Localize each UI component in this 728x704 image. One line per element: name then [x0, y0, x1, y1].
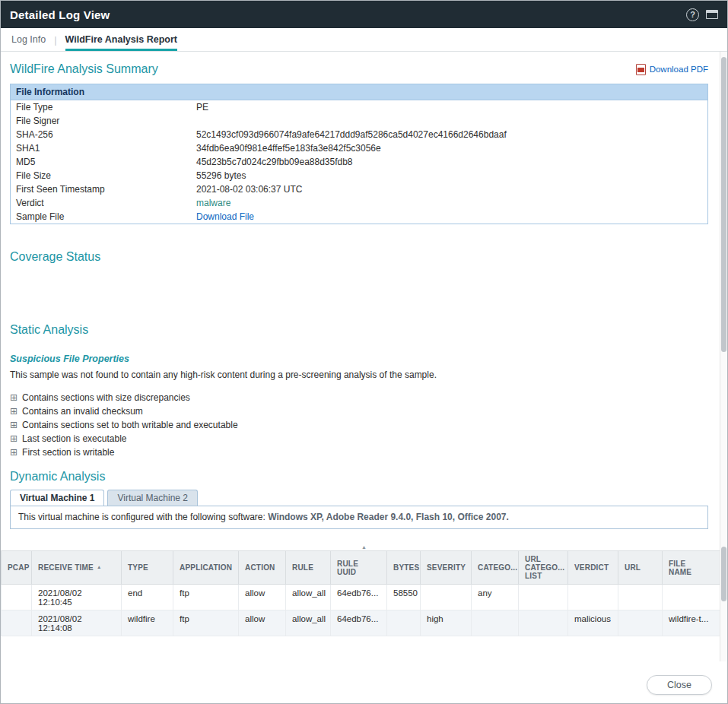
expand-icon[interactable]: ⊞: [10, 407, 17, 416]
vm-software-list: Windows XP, Adobe Reader 9.4.0, Flash 10…: [268, 512, 509, 522]
collapse-arrow-icon[interactable]: ▲: [361, 544, 367, 550]
suspicious-property-label: Contains an invalid checksum: [22, 406, 143, 417]
log-entries-section: ▲ PCAPRECEIVE TIME▲TYPEAPPLICATIONACTION…: [1, 544, 727, 661]
log-column-header[interactable]: RECEIVE TIME▲: [32, 551, 122, 585]
suspicious-property-label: Last section is executable: [22, 433, 126, 444]
log-cell[interactable]: [2, 585, 32, 610]
log-cell[interactable]: ftp: [173, 585, 239, 610]
log-row[interactable]: 2021/08/02 12:10:45endftpallowallow_all6…: [2, 585, 722, 610]
log-column-header[interactable]: PCAP: [2, 551, 32, 585]
log-cell[interactable]: [663, 585, 722, 610]
vm-description-prefix: This virtual machine is configured with …: [18, 512, 268, 522]
expand-icon[interactable]: ⊞: [10, 434, 17, 443]
close-button[interactable]: Close: [647, 675, 712, 695]
download-pdf-link[interactable]: Download PDF: [636, 64, 708, 75]
log-cell[interactable]: 64edb76...: [331, 610, 387, 636]
report-scrollbar[interactable]: [720, 52, 727, 544]
log-cell[interactable]: 2021/08/02 12:14:08: [32, 610, 122, 636]
log-cell[interactable]: allow: [239, 585, 286, 610]
sort-asc-icon: ▲: [97, 564, 102, 569]
suspicious-property-label: Contains sections with size discrepancie…: [22, 392, 190, 403]
file-info-label: First Seen Timestamp: [16, 184, 196, 195]
log-table-scrollbar[interactable]: [720, 544, 727, 661]
wildfire-report-content: WildFire Analysis Summary Download PDF F…: [1, 52, 720, 544]
log-cell[interactable]: allow_all: [286, 610, 331, 636]
log-cell[interactable]: [519, 610, 568, 636]
wildfire-summary-heading: WildFire Analysis Summary: [10, 62, 158, 76]
log-column-header[interactable]: BYTES: [387, 551, 421, 585]
log-column-header[interactable]: SEVERITY: [421, 551, 472, 585]
log-cell[interactable]: wildfire: [122, 610, 173, 636]
expand-icon[interactable]: ⊞: [10, 393, 17, 402]
log-column-header[interactable]: TYPE: [122, 551, 173, 585]
report-scrollbar-thumb[interactable]: [721, 57, 726, 352]
log-cell[interactable]: [519, 585, 568, 610]
log-column-header[interactable]: CATEGO...: [472, 551, 519, 585]
suspicious-property-item[interactable]: ⊞Contains sections with size discrepanci…: [10, 391, 708, 404]
pdf-icon: [636, 64, 646, 75]
log-cell[interactable]: [2, 610, 32, 636]
file-info-row: Sample FileDownload File: [11, 210, 707, 224]
log-column-header[interactable]: VERDICT: [568, 551, 618, 585]
file-info-label: SHA1: [16, 143, 196, 154]
file-info-label: MD5: [16, 157, 196, 167]
suspicious-property-item[interactable]: ⊞Contains an invalid checksum: [10, 404, 708, 418]
vm-tab-2[interactable]: Virtual Machine 2: [107, 490, 198, 506]
log-column-header[interactable]: APPLICATION: [173, 551, 239, 585]
tab-wildfire-analysis-report[interactable]: WildFire Analysis Report: [65, 28, 177, 51]
help-icon[interactable]: ?: [686, 8, 699, 21]
log-cell[interactable]: 2021/08/02 12:10:45: [32, 585, 122, 610]
dialog-footer: Close: [1, 661, 727, 703]
panel-splitter[interactable]: ▲: [1, 544, 727, 550]
log-column-header[interactable]: URL CATEGO... LIST: [519, 551, 568, 585]
file-info-label: SHA-256: [16, 129, 196, 140]
suspicious-property-item[interactable]: ⊞Contains sections set to both writable …: [10, 418, 708, 432]
suspicious-property-item[interactable]: ⊞First section is writable: [10, 446, 708, 459]
suspicious-property-item[interactable]: ⊞Last section is executable: [10, 432, 708, 446]
log-cell[interactable]: ftp: [173, 610, 239, 636]
dialog-titlebar: Detailed Log View ?: [1, 1, 727, 28]
log-column-header[interactable]: RULE UUID: [331, 551, 387, 585]
file-info-value: Download File: [196, 211, 702, 222]
file-info-value: 45d23b5c7d024c29fbb09ea88d35fdb8: [196, 157, 702, 167]
file-information-table: File Information File TypePEFile SignerS…: [10, 84, 708, 224]
expand-icon[interactable]: ⊞: [10, 448, 17, 457]
file-info-value: 2021-08-02 03:06:37 UTC: [196, 184, 702, 195]
virtual-machine-info-box: This virtual machine is configured with …: [10, 506, 708, 529]
file-info-value: 34fdb6ea90f981e4ffef5e183fa3e842f5c3056e: [196, 143, 702, 154]
window-icon[interactable]: [706, 10, 718, 19]
log-cell[interactable]: end: [122, 585, 173, 610]
log-column-header[interactable]: URL: [618, 551, 663, 585]
log-cell[interactable]: [568, 585, 618, 610]
file-info-row: Verdictmalware: [11, 196, 707, 210]
log-cell[interactable]: 58550: [387, 585, 421, 610]
download-file-link[interactable]: Download File: [196, 211, 254, 222]
file-info-value: 55296 bytes: [196, 170, 702, 181]
static-analysis-heading: Static Analysis: [10, 323, 708, 337]
log-cell[interactable]: [387, 610, 421, 636]
log-table-scrollbar-thumb[interactable]: [721, 547, 726, 601]
log-cell[interactable]: wildfire-t...: [663, 610, 722, 636]
log-cell[interactable]: malicious: [568, 610, 618, 636]
log-column-header[interactable]: ACTION: [239, 551, 286, 585]
log-cell[interactable]: [472, 610, 519, 636]
file-info-label: Verdict: [16, 198, 196, 208]
log-cell[interactable]: [618, 610, 663, 636]
file-info-row: File TypePE: [11, 100, 707, 114]
suspicious-property-label: Contains sections set to both writable a…: [22, 420, 238, 430]
log-cell[interactable]: 64edb76...: [331, 585, 387, 610]
expand-icon[interactable]: ⊞: [10, 420, 17, 430]
log-cell[interactable]: allow: [239, 610, 286, 636]
tab-separator: |: [54, 34, 56, 46]
log-cell[interactable]: any: [472, 585, 519, 610]
log-cell[interactable]: [618, 585, 663, 610]
log-row[interactable]: 2021/08/02 12:14:08wildfireftpallowallow…: [2, 610, 722, 636]
log-cell[interactable]: high: [421, 610, 472, 636]
vm-tab-1[interactable]: Virtual Machine 1: [10, 490, 104, 506]
file-info-row: File Size55296 bytes: [11, 169, 707, 182]
log-cell[interactable]: [421, 585, 472, 610]
tab-log-info[interactable]: Log Info: [11, 28, 46, 51]
log-cell[interactable]: allow_all: [286, 585, 331, 610]
log-column-header[interactable]: FILE NAME: [663, 551, 722, 585]
log-column-header[interactable]: RULE: [286, 551, 331, 585]
